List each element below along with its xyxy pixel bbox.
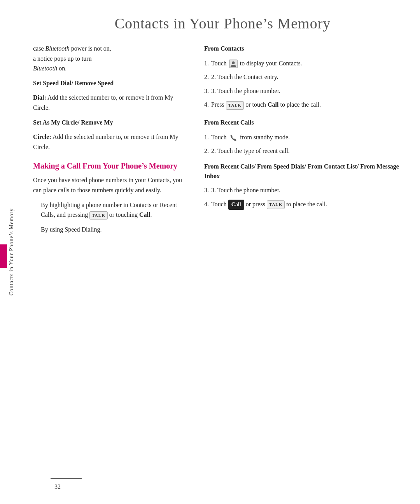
two-column-layout: case Bluetooth power is not on, a notice…	[25, 44, 420, 239]
recent-step-4: 4. Touch Call or press TALK to place the…	[204, 199, 408, 210]
svg-rect-2	[229, 133, 238, 142]
right-step-4: 4. Press TALK or touch Call to place the…	[204, 100, 408, 110]
step-1-num: 1.	[204, 58, 209, 68]
right-step-2: 2. 2. Touch the Contact entry.	[204, 72, 408, 82]
recent-step-2: 2. 2. Touch the type of recent call.	[204, 146, 408, 156]
recent-1-text: Touch from standby mode.	[211, 132, 290, 142]
making-call-body: Once you have stored phone numbers in yo…	[33, 175, 189, 195]
bottom-divider	[51, 478, 82, 479]
indent-block-2: By using Speed Dialing.	[41, 225, 189, 235]
from-recent-sub-heading: From Recent Calls/ From Speed Dials/ Fro…	[204, 162, 408, 181]
making-call-heading: Making a Call From Your Phone’s Memory	[33, 160, 189, 171]
right-step-1: 1. Touch to display your Contacts.	[204, 58, 408, 68]
recent-calls-icon	[229, 133, 238, 142]
from-recent-heading: From Recent Calls	[204, 118, 408, 128]
svg-point-1	[232, 61, 234, 64]
talk-button-inline-1: TALK	[89, 211, 107, 220]
step-4-text: Press TALK or touch Call to place the ca…	[211, 100, 321, 110]
side-tab-label: Contacts in Your Phone’s Memory	[9, 208, 15, 295]
my-circle-bold-heading: Set As My Circle/ Remove My	[33, 119, 113, 126]
step-3-text: 3. Touch the phone number.	[211, 86, 280, 96]
recent-4-text: Touch Call or press TALK to place the ca…	[211, 199, 327, 210]
talk-button-inline-3: TALK	[267, 200, 285, 209]
call-bold-1: Call	[268, 101, 278, 108]
from-recent-bold: From Recent Calls	[204, 119, 254, 126]
talk-button-inline-2: TALK	[226, 101, 244, 110]
my-circle-bold-circle: Circle:	[33, 133, 51, 140]
speed-dial-bold-heading: Set Speed Dial/ Remove Speed	[33, 80, 114, 86]
indent-2-text: By using Speed Dialing.	[41, 225, 189, 235]
right-column: From Contacts 1. Touch to dis	[200, 44, 408, 239]
speed-dial-body: Dial: Add the selected number to, or rem…	[33, 93, 189, 112]
recent-2-text: 2. Touch the type of recent call.	[211, 146, 290, 156]
main-content: Contacts in Your Phone’s Memory case Blu…	[25, 0, 420, 504]
from-contacts-heading: From Contacts	[204, 44, 408, 54]
step-3-num: 3.	[204, 86, 209, 96]
my-circle-body: Circle: Add the selected number to, or r…	[33, 132, 189, 152]
page-title: Contacts in Your Phone’s Memory	[25, 0, 420, 44]
my-circle-heading: Set As My Circle/ Remove My	[33, 118, 189, 128]
side-tab: Contacts in Your Phone’s Memory	[0, 0, 23, 504]
bluetooth-italic-1: Bluetooth	[46, 45, 70, 52]
recent-3-text: 3. Touch the phone number.	[211, 185, 280, 195]
speed-dial-bold-dial: Dial:	[33, 94, 46, 101]
side-tab-bar	[0, 244, 7, 268]
step-2-text: 2. Touch the Contact entry.	[211, 72, 278, 82]
step-4-num: 4.	[204, 100, 209, 110]
recent-1-num: 1.	[204, 132, 209, 142]
speed-dial-heading: Set Speed Dial/ Remove Speed	[33, 78, 189, 88]
left-column: case Bluetooth power is not on, a notice…	[33, 44, 200, 239]
right-step-3: 3. 3. Touch the phone number.	[204, 86, 408, 96]
page-number: 32	[54, 483, 61, 490]
indent-block-1: By highlighting a phone number in Contac…	[41, 200, 189, 220]
recent-4-num: 4.	[204, 199, 209, 210]
intro-paragraph: case Bluetooth power is not on, a notice…	[33, 44, 189, 74]
bluetooth-italic-2: Bluetooth	[33, 65, 57, 72]
page: Contacts in Your Phone’s Memory Contacts…	[0, 0, 420, 504]
recent-2-num: 2.	[204, 146, 209, 156]
from-recent-sub-bold: From Recent Calls/ From Speed Dials/ Fro…	[204, 163, 399, 180]
indent-1-text: By highlighting a phone number in Contac…	[41, 200, 189, 220]
call-text-inline: Call	[139, 211, 150, 218]
recent-step-1: 1. Touch from standby mode.	[204, 132, 408, 142]
step-1-text: Touch to display your Contacts.	[211, 58, 302, 68]
recent-step-3: 3. 3. Touch the phone number.	[204, 185, 408, 195]
recent-3-num: 3.	[204, 185, 209, 195]
from-contacts-bold: From Contacts	[204, 45, 244, 52]
call-button-black: Call	[228, 200, 244, 210]
making-call-heading-text: Making a Call From Your Phone’s Memory	[33, 162, 177, 170]
contacts-icon	[229, 60, 238, 68]
step-2-num: 2.	[204, 72, 209, 82]
